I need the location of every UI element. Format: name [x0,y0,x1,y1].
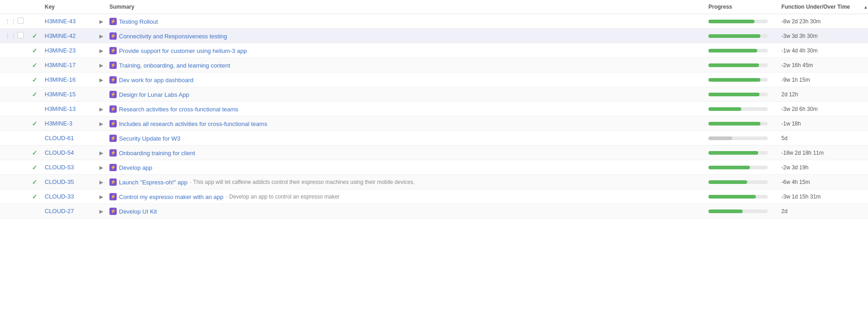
summary-link[interactable]: Develop app [119,164,152,171]
issue-key[interactable]: H3MINE-13 [40,102,95,116]
summary-link[interactable]: Design for Lunar Labs App [119,91,189,98]
summary-link[interactable]: Research activities for cross-functional… [119,106,238,113]
expand-arrow-icon[interactable]: ▶ [99,63,103,68]
progress-cell [704,131,777,146]
summary-link[interactable]: Security Update for W3 [119,135,180,142]
expand-cell: ▶ [95,73,105,87]
drag-handle-cell [0,58,13,73]
expand-arrow-icon[interactable]: ▶ [99,77,103,83]
issue-key[interactable]: CLOUD-54 [40,146,95,160]
scroll-placeholder-cell [859,73,868,87]
col-header-check [13,0,27,14]
summary-link[interactable]: Provide support for customer using heliu… [119,47,247,54]
summary-link[interactable]: Onboarding training for client [119,150,195,157]
checkmark-cell [27,204,40,219]
drag-handle-cell [0,175,13,189]
scroll-placeholder-cell [859,29,868,43]
summary-content: ⚡Security Update for W3 [109,135,180,142]
issue-key[interactable]: CLOUD-61 [40,131,95,146]
col-header-summary: Summary [105,0,704,14]
expand-cell [95,131,105,146]
progress-bar-fill [708,49,757,52]
summary-link[interactable]: Develop UI Kit [119,208,157,215]
issue-type-icon: ⚡ [109,47,117,54]
summary-link[interactable]: Connectivity and Responsiveness testing [119,33,227,40]
row-checkbox[interactable] [17,17,24,24]
checkmark-cell: ✓ [27,160,40,175]
expand-arrow-icon[interactable]: ▶ [99,106,103,112]
issue-key[interactable]: H3MINE-3 [40,116,95,131]
progress-cell [704,58,777,73]
col-header-function: Function Under/Over Time [777,0,859,14]
table-row: CLOUD-27▶⚡Develop UI Kit2d [0,204,868,219]
drag-handle-icon[interactable]: ⋮⋮ [5,32,16,39]
checkbox-cell [13,43,27,58]
expand-arrow-icon[interactable]: ▶ [99,19,103,24]
checkbox-cell [13,204,27,219]
issue-key[interactable]: CLOUD-33 [40,189,95,204]
progress-bar [708,151,768,155]
progress-bar-fill [708,107,741,111]
scroll-placeholder-cell [859,160,868,175]
issue-type-icon: ⚡ [109,193,117,200]
checkbox-cell [13,146,27,160]
expand-cell: ▶ [95,146,105,160]
issue-key[interactable]: H3MINE-23 [40,43,95,58]
issue-key[interactable]: H3MINE-42 [40,29,95,43]
progress-bar-fill [708,136,732,140]
issue-type-icon: ⚡ [109,62,117,69]
expand-arrow-icon[interactable]: ▶ [99,209,103,214]
progress-bar [708,20,768,23]
drag-handle-cell: ⋮⋮ [0,14,13,29]
issue-key[interactable]: CLOUD-53 [40,160,95,175]
drag-handle-cell [0,73,13,87]
issue-key[interactable]: CLOUD-35 [40,175,95,189]
summary-link[interactable]: Testing Rollout [119,18,158,25]
checkmark-cell: ✓ [27,58,40,73]
issue-key[interactable]: CLOUD-27 [40,204,95,219]
function-time-cell: -2w 3d 19h [777,160,859,175]
summary-link[interactable]: Training, onboarding, and learning conte… [119,62,230,69]
checkbox-cell [13,116,27,131]
checkmark-cell: ✓ [27,87,40,102]
summary-link[interactable]: Launch "Espress-oh!" app [119,179,187,186]
function-time-cell: -9w 1h 15m [777,73,859,87]
expand-arrow-icon[interactable]: ▶ [99,194,103,199]
progress-cell [704,29,777,43]
summary-link[interactable]: Control my espresso maker with an app [119,194,223,200]
table-body: ⋮⋮H3MINE-43▶⚡Testing Rollout-8w 2d 23h 3… [0,14,868,219]
summary-link[interactable]: Includes all research activities for cro… [119,120,267,127]
summary-content: ⚡Provide support for customer using heli… [109,47,247,54]
function-time-cell: -1w 4d 4h 30m [777,43,859,58]
drag-handle-cell [0,102,13,116]
progress-cell [704,102,777,116]
scroll-up-arrow[interactable]: ▲ [863,5,868,10]
expand-arrow-icon[interactable]: ▶ [99,150,103,156]
expand-arrow-icon[interactable]: ▶ [99,48,103,53]
summary-cell: ⚡Dev work for app dashboard [105,73,704,87]
summary-cell: ⚡Launch "Espress-oh!" app · This app wil… [105,175,704,189]
checkmark-icon: ✓ [32,91,37,98]
issue-key[interactable]: H3MINE-16 [40,73,95,87]
row-checkbox[interactable] [17,32,24,38]
expand-arrow-icon[interactable]: ▶ [99,179,103,185]
summary-content: ⚡Dev work for app dashboard [109,76,193,84]
issue-key[interactable]: H3MINE-43 [40,14,95,29]
checkmark-cell: ✓ [27,175,40,189]
expand-cell: ▶ [95,160,105,175]
expand-arrow-icon[interactable]: ▶ [99,121,103,126]
summary-cell: ⚡Design for Lunar Labs App [105,87,704,102]
checkbox-cell [13,73,27,87]
checkmark-cell: ✓ [27,189,40,204]
expand-arrow-icon[interactable]: ▶ [99,33,103,39]
drag-handle-icon[interactable]: ⋮⋮ [5,18,16,25]
expand-arrow-icon[interactable]: ▶ [99,165,103,170]
issue-key[interactable]: H3MINE-17 [40,58,95,73]
summary-link[interactable]: Dev work for app dashboard [119,77,193,84]
issue-key[interactable]: H3MINE-15 [40,87,95,102]
summary-secondary-text: · This app will let caffeine addicts con… [190,179,414,185]
progress-cell [704,146,777,160]
expand-cell: ▶ [95,204,105,219]
scroll-placeholder-cell [859,175,868,189]
function-time-cell: -18w 2d 18h 11m [777,146,859,160]
